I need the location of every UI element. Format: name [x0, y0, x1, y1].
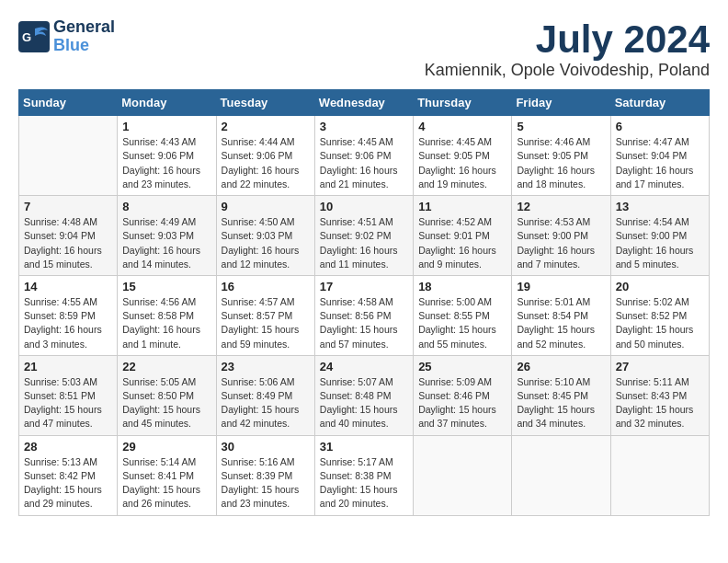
calendar-cell: 14Sunrise: 4:55 AMSunset: 8:59 PMDayligh…: [19, 275, 118, 355]
day-number: 23: [222, 360, 310, 373]
day-number: 21: [24, 360, 112, 373]
day-number: 24: [320, 360, 408, 373]
day-info: Sunrise: 5:05 AMSunset: 8:50 PMDaylight:…: [122, 375, 210, 431]
calendar-cell: 19Sunrise: 5:01 AMSunset: 8:54 PMDayligh…: [512, 275, 610, 355]
day-number: 9: [222, 200, 310, 213]
day-info: Sunrise: 4:54 AMSunset: 9:00 PMDaylight:…: [616, 215, 704, 271]
calendar-cell: 7Sunrise: 4:48 AMSunset: 9:04 PMDaylight…: [19, 196, 118, 276]
day-info: Sunrise: 4:47 AMSunset: 9:04 PMDaylight:…: [616, 135, 704, 191]
logo-icon: G: [18, 21, 50, 52]
calendar-cell: 17Sunrise: 4:58 AMSunset: 8:56 PMDayligh…: [314, 275, 413, 355]
day-number: 12: [517, 200, 605, 213]
day-number: 10: [320, 200, 408, 213]
title-area: July 2024 Kamiennik, Opole Voivodeship, …: [425, 18, 710, 80]
day-info: Sunrise: 4:57 AMSunset: 8:57 PMDaylight:…: [222, 295, 310, 351]
calendar-cell: 6Sunrise: 4:47 AMSunset: 9:04 PMDaylight…: [610, 116, 709, 196]
day-number: 8: [122, 200, 210, 213]
calendar-cell: 12Sunrise: 4:53 AMSunset: 9:00 PMDayligh…: [512, 196, 610, 276]
day-info: Sunrise: 4:48 AMSunset: 9:04 PMDaylight:…: [24, 215, 112, 271]
day-number: 26: [517, 360, 605, 373]
calendar-cell: 15Sunrise: 4:56 AMSunset: 8:58 PMDayligh…: [118, 275, 216, 355]
calendar-cell: 11Sunrise: 4:52 AMSunset: 9:01 PMDayligh…: [414, 196, 512, 276]
day-number: 13: [616, 200, 704, 213]
day-number: 1: [122, 120, 210, 133]
day-info: Sunrise: 5:09 AMSunset: 8:46 PMDaylight:…: [418, 375, 506, 431]
logo-text-general: General: [53, 18, 115, 37]
calendar-cell: 29Sunrise: 5:14 AMSunset: 8:41 PMDayligh…: [118, 435, 216, 515]
day-number: 19: [517, 280, 605, 293]
calendar-cell: 13Sunrise: 4:54 AMSunset: 9:00 PMDayligh…: [610, 196, 709, 276]
weekday-header-wednesday: Wednesday: [314, 90, 413, 116]
calendar-cell: 3Sunrise: 4:45 AMSunset: 9:06 PMDaylight…: [314, 116, 413, 196]
day-info: Sunrise: 4:45 AMSunset: 9:05 PMDaylight:…: [418, 135, 506, 191]
calendar-cell: 9Sunrise: 4:50 AMSunset: 9:03 PMDaylight…: [216, 196, 314, 276]
day-info: Sunrise: 5:00 AMSunset: 8:55 PMDaylight:…: [418, 295, 506, 351]
day-info: Sunrise: 4:50 AMSunset: 9:03 PMDaylight:…: [222, 215, 310, 271]
day-info: Sunrise: 4:55 AMSunset: 8:59 PMDaylight:…: [24, 295, 112, 351]
day-info: Sunrise: 4:51 AMSunset: 9:02 PMDaylight:…: [320, 215, 408, 271]
logo: G General Blue: [18, 18, 115, 55]
svg-text:G: G: [22, 30, 31, 44]
weekday-header-thursday: Thursday: [414, 90, 512, 116]
weekday-header-sunday: Sunday: [19, 90, 118, 116]
day-number: 30: [222, 440, 310, 454]
day-info: Sunrise: 4:44 AMSunset: 9:06 PMDaylight:…: [222, 135, 310, 191]
calendar-cell: [512, 435, 610, 515]
weekday-header-saturday: Saturday: [610, 90, 709, 116]
calendar-week-row: 1Sunrise: 4:43 AMSunset: 9:06 PMDaylight…: [19, 116, 710, 196]
calendar-cell: 25Sunrise: 5:09 AMSunset: 8:46 PMDayligh…: [414, 355, 512, 435]
calendar-cell: 1Sunrise: 4:43 AMSunset: 9:06 PMDaylight…: [118, 116, 216, 196]
calendar-cell: 28Sunrise: 5:13 AMSunset: 8:42 PMDayligh…: [19, 435, 118, 515]
calendar-body: 1Sunrise: 4:43 AMSunset: 9:06 PMDaylight…: [19, 116, 710, 515]
day-info: Sunrise: 5:17 AMSunset: 8:38 PMDaylight:…: [320, 455, 408, 511]
day-number: 18: [418, 280, 506, 293]
day-info: Sunrise: 5:06 AMSunset: 8:49 PMDaylight:…: [222, 375, 310, 431]
day-number: 5: [517, 120, 605, 133]
day-info: Sunrise: 4:56 AMSunset: 8:58 PMDaylight:…: [122, 295, 210, 351]
month-title: July 2024: [425, 18, 710, 61]
day-number: 31: [320, 440, 408, 454]
calendar-cell: 23Sunrise: 5:06 AMSunset: 8:49 PMDayligh…: [216, 355, 314, 435]
calendar-week-row: 21Sunrise: 5:03 AMSunset: 8:51 PMDayligh…: [19, 355, 710, 435]
day-info: Sunrise: 4:49 AMSunset: 9:03 PMDaylight:…: [122, 215, 210, 271]
calendar-header-row: SundayMondayTuesdayWednesdayThursdayFrid…: [19, 90, 710, 116]
day-number: 20: [616, 280, 704, 293]
day-number: 11: [418, 200, 506, 213]
weekday-header-monday: Monday: [118, 90, 216, 116]
logo-text-blue: Blue: [53, 37, 115, 55]
calendar-week-row: 7Sunrise: 4:48 AMSunset: 9:04 PMDaylight…: [19, 196, 710, 276]
calendar-cell: 22Sunrise: 5:05 AMSunset: 8:50 PMDayligh…: [118, 355, 216, 435]
day-info: Sunrise: 5:07 AMSunset: 8:48 PMDaylight:…: [320, 375, 408, 431]
day-number: 2: [222, 120, 310, 133]
page-header: G General Blue July 2024 Kamiennik, Opol…: [18, 18, 710, 80]
day-info: Sunrise: 4:46 AMSunset: 9:05 PMDaylight:…: [517, 135, 605, 191]
weekday-header-friday: Friday: [512, 90, 610, 116]
day-info: Sunrise: 5:11 AMSunset: 8:43 PMDaylight:…: [616, 375, 704, 431]
location-title: Kamiennik, Opole Voivodeship, Poland: [425, 61, 710, 80]
day-number: 29: [122, 440, 210, 454]
calendar-table: SundayMondayTuesdayWednesdayThursdayFrid…: [18, 89, 710, 515]
day-info: Sunrise: 5:03 AMSunset: 8:51 PMDaylight:…: [24, 375, 112, 431]
day-number: 16: [222, 280, 310, 293]
calendar-cell: 31Sunrise: 5:17 AMSunset: 8:38 PMDayligh…: [314, 435, 413, 515]
day-info: Sunrise: 5:01 AMSunset: 8:54 PMDaylight:…: [517, 295, 605, 351]
calendar-week-row: 28Sunrise: 5:13 AMSunset: 8:42 PMDayligh…: [19, 435, 710, 515]
day-info: Sunrise: 5:16 AMSunset: 8:39 PMDaylight:…: [222, 455, 310, 511]
day-number: 27: [616, 360, 704, 373]
weekday-header-tuesday: Tuesday: [216, 90, 314, 116]
day-info: Sunrise: 4:53 AMSunset: 9:00 PMDaylight:…: [517, 215, 605, 271]
calendar-cell: 2Sunrise: 4:44 AMSunset: 9:06 PMDaylight…: [216, 116, 314, 196]
calendar-cell: 16Sunrise: 4:57 AMSunset: 8:57 PMDayligh…: [216, 275, 314, 355]
calendar-cell: [19, 116, 118, 196]
calendar-cell: [414, 435, 512, 515]
calendar-cell: 26Sunrise: 5:10 AMSunset: 8:45 PMDayligh…: [512, 355, 610, 435]
day-number: 14: [24, 280, 112, 293]
day-number: 15: [122, 280, 210, 293]
calendar-cell: 24Sunrise: 5:07 AMSunset: 8:48 PMDayligh…: [314, 355, 413, 435]
calendar-cell: 30Sunrise: 5:16 AMSunset: 8:39 PMDayligh…: [216, 435, 314, 515]
day-info: Sunrise: 4:58 AMSunset: 8:56 PMDaylight:…: [320, 295, 408, 351]
day-info: Sunrise: 5:14 AMSunset: 8:41 PMDaylight:…: [122, 455, 210, 511]
day-number: 17: [320, 280, 408, 293]
calendar-cell: 10Sunrise: 4:51 AMSunset: 9:02 PMDayligh…: [314, 196, 413, 276]
day-info: Sunrise: 5:10 AMSunset: 8:45 PMDaylight:…: [517, 375, 605, 431]
